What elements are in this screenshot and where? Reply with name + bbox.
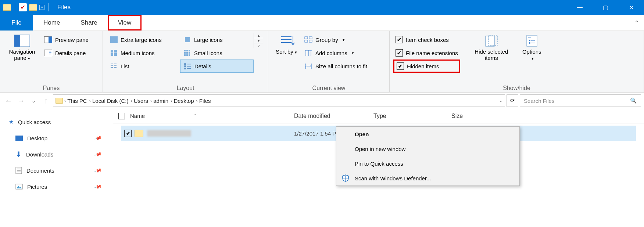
file-list: Name ˄ Date modified Type Size ✔ 1/27/20… xyxy=(113,109,644,227)
svg-rect-22 xyxy=(189,54,190,56)
context-menu: Open Open in new window Pin to Quick acc… xyxy=(336,126,520,186)
tab-home[interactable]: Home xyxy=(33,15,70,30)
row-checkbox[interactable]: ✔ xyxy=(124,130,132,137)
label: Hide selected items xyxy=(468,48,515,61)
maximize-button[interactable]: ▢ xyxy=(593,0,618,15)
svg-rect-16 xyxy=(189,50,190,51)
column-headers: Name ˄ Date modified Type Size xyxy=(113,109,644,123)
svg-rect-4 xyxy=(44,50,52,56)
group-label: Current view xyxy=(272,84,386,91)
group-label: Panes xyxy=(4,84,99,91)
svg-rect-11 xyxy=(114,50,117,53)
document-icon xyxy=(15,167,22,174)
svg-rect-40 xyxy=(309,37,312,39)
pin-icon: 📌 xyxy=(94,183,102,191)
collapse-ribbon-icon[interactable]: ⌃ xyxy=(629,15,644,30)
ctx-open[interactable]: Open xyxy=(336,127,519,141)
svg-rect-38 xyxy=(305,37,308,39)
svg-rect-13 xyxy=(114,53,117,56)
svg-rect-14 xyxy=(184,50,186,51)
svg-rect-20 xyxy=(184,54,186,56)
hidden-items-toggle[interactable]: ✔Hidden items xyxy=(393,60,460,73)
file-extensions-toggle[interactable]: ✔File name extensions xyxy=(393,46,460,60)
ctx-scan-defender[interactable]: Scan with Windows Defender... xyxy=(336,171,519,185)
properties-icon[interactable]: ✔ xyxy=(19,3,27,11)
sidebar-desktop[interactable]: Desktop📌 xyxy=(9,130,113,146)
svg-rect-52 xyxy=(528,37,531,37)
breadcrumb: Desktop› xyxy=(173,98,197,104)
preview-pane-button[interactable]: Preview pane xyxy=(40,33,92,46)
qat-dropdown-icon[interactable]: ▾ xyxy=(39,5,44,10)
group-by-button[interactable]: Group by▾ xyxy=(301,33,371,46)
refresh-button[interactable]: ⟳ xyxy=(507,94,518,107)
svg-rect-1 xyxy=(14,35,20,47)
size-all-columns-button[interactable]: Size all columns to fit xyxy=(301,60,371,73)
search-box[interactable]: Search Files 🔍 xyxy=(520,94,641,107)
list-button[interactable]: List xyxy=(107,60,180,73)
svg-rect-3 xyxy=(49,37,52,43)
options-button[interactable]: Options▾ xyxy=(515,33,548,61)
recent-dropdown-icon[interactable]: ⌄ xyxy=(28,98,39,104)
ctx-pin-quick-access[interactable]: Pin to Quick access xyxy=(336,156,519,171)
medium-icons-button[interactable]: Medium icons xyxy=(107,46,180,60)
tab-share[interactable]: Share xyxy=(70,15,107,30)
svg-rect-33 xyxy=(185,68,186,69)
folder-icon[interactable] xyxy=(29,4,37,11)
svg-rect-12 xyxy=(111,53,113,56)
tab-file[interactable]: File xyxy=(0,15,33,30)
sidebar-quick-access[interactable]: ★ Quick access xyxy=(9,114,113,130)
svg-rect-17 xyxy=(184,52,186,54)
svg-rect-15 xyxy=(186,50,188,51)
small-icons-button[interactable]: Small icons xyxy=(180,46,254,60)
ctx-open-new-window[interactable]: Open in new window xyxy=(336,141,519,156)
svg-point-53 xyxy=(529,40,530,41)
pin-icon: 📌 xyxy=(94,166,102,174)
layout-scrollbar[interactable]: ▴▾▿ xyxy=(254,33,263,48)
sidebar-downloads[interactable]: ⬇ Downloads📌 xyxy=(9,146,113,162)
item-checkboxes-toggle[interactable]: ✔Item check boxes xyxy=(393,33,460,46)
shield-icon xyxy=(341,174,350,182)
minimize-button[interactable]: — xyxy=(567,0,593,15)
navigation-tree: ★ Quick access Desktop📌 ⬇ Downloads📌 Doc… xyxy=(0,109,113,227)
address-dropdown-icon[interactable]: ⌄ xyxy=(499,98,502,103)
sort-by-button[interactable]: Sort by▾ xyxy=(272,33,301,55)
hide-selected-button[interactable]: Hide selected items xyxy=(468,33,515,61)
select-all-checkbox[interactable] xyxy=(118,113,125,119)
details-button[interactable]: Details xyxy=(180,60,254,73)
column-type[interactable]: Type xyxy=(368,109,446,123)
up-button[interactable]: ↑ xyxy=(40,97,51,105)
details-pane-button[interactable]: Details pane xyxy=(40,46,92,60)
breadcrumb: Users› xyxy=(134,98,152,104)
back-button[interactable]: ← xyxy=(3,97,14,105)
svg-rect-10 xyxy=(111,50,113,53)
tab-view[interactable]: View xyxy=(108,15,142,30)
column-date[interactable]: Date modified xyxy=(289,109,368,123)
search-placeholder: Search Files xyxy=(524,98,554,104)
sidebar-documents[interactable]: Documents📌 xyxy=(9,162,113,179)
ribbon: Navigation pane▾ Preview pane Details pa… xyxy=(0,31,644,93)
close-button[interactable]: ✕ xyxy=(618,0,644,15)
large-icons-button[interactable]: Large icons xyxy=(180,33,254,46)
forward-button[interactable]: → xyxy=(15,97,26,105)
navigation-pane-button[interactable]: Navigation pane▾ xyxy=(4,33,40,61)
column-name[interactable]: Name ˄ xyxy=(113,109,289,123)
column-size[interactable]: Size xyxy=(446,109,644,123)
group-label: Layout xyxy=(107,84,264,91)
sidebar-pictures[interactable]: Pictures📌 xyxy=(9,179,113,195)
folder-icon xyxy=(135,130,143,137)
address-bar[interactable]: › This PC› Local Disk (C:)› Users› admin… xyxy=(53,94,505,107)
extra-large-icons-button[interactable]: Extra large icons xyxy=(107,33,180,46)
group-label: Show/hide xyxy=(393,84,640,91)
breadcrumb: Local Disk (C:)› xyxy=(92,98,132,104)
ribbon-group-current-view: Sort by▾ Group by▾ Add columns▾ Size all… xyxy=(268,31,390,92)
pin-icon: 📌 xyxy=(94,150,102,158)
add-columns-button[interactable]: Add columns▾ xyxy=(301,46,371,60)
label: Sort by▾ xyxy=(276,48,297,55)
svg-rect-31 xyxy=(185,66,186,67)
svg-rect-29 xyxy=(185,64,186,65)
svg-rect-9 xyxy=(185,37,190,42)
ribbon-group-panes: Navigation pane▾ Preview pane Details pa… xyxy=(0,31,103,92)
desktop-icon xyxy=(15,136,23,141)
pin-icon: 📌 xyxy=(94,134,102,142)
folder-icon xyxy=(56,98,63,104)
